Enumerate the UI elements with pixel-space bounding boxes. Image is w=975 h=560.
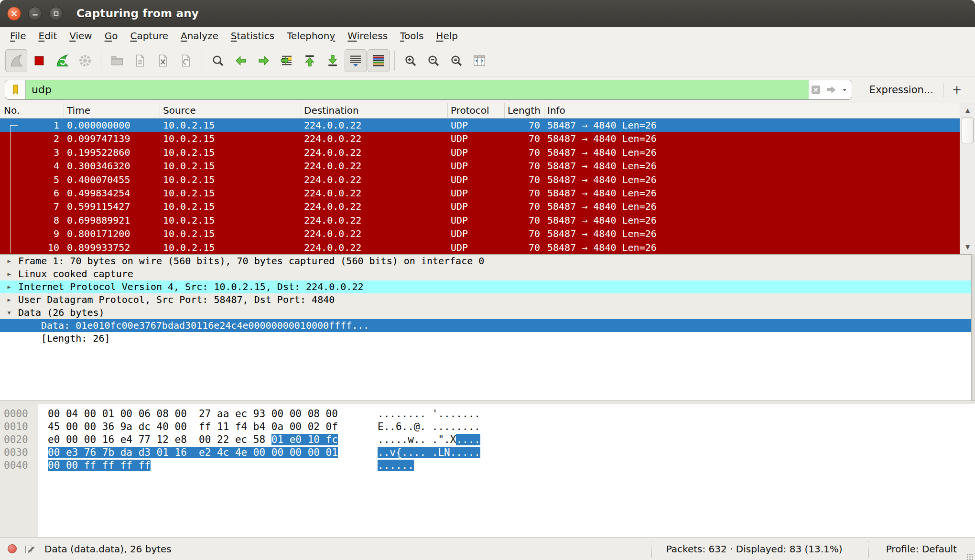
menu-edit[interactable]: Edit — [32, 28, 63, 43]
hex-row[interactable]: 001045 00 00 36 9a dc 40 00 ff 11 f4 b4 … — [0, 420, 975, 433]
menu-analyze[interactable]: Analyze — [174, 28, 225, 43]
expression-button[interactable]: Expression... — [860, 84, 943, 96]
detail-row[interactable]: ▸Linux cooked capture — [0, 268, 975, 280]
column-header-time[interactable]: Time — [64, 103, 160, 118]
go-to-packet-button[interactable] — [276, 49, 298, 72]
go-first-packet-button[interactable] — [299, 49, 321, 72]
detail-row[interactable]: Data: 01e010fc00e3767bdad30116e24c4e0000… — [0, 319, 975, 332]
close-capture-file-button[interactable] — [152, 49, 174, 72]
filter-bookmark-button[interactable] — [5, 80, 26, 99]
packet-row[interactable]: 20.09974713910.0.2.15224.0.0.22UDP705848… — [0, 132, 960, 145]
hex-bytes[interactable]: e0 00 00 16 e4 77 12 e8 00 22 ec 58 01 e… — [48, 433, 338, 446]
hex-ascii[interactable]: ...... — [378, 459, 414, 472]
resize-grip[interactable] — [966, 553, 973, 560]
display-filter-input[interactable] — [26, 80, 809, 99]
menu-telephony[interactable]: Telephony — [281, 28, 341, 43]
packet-row[interactable]: 10.00000000010.0.2.15224.0.0.22UDP705848… — [0, 118, 960, 132]
start-capture-button[interactable] — [5, 49, 27, 72]
packet-row[interactable]: 40.30034632010.0.2.15224.0.0.22UDP705848… — [0, 159, 960, 172]
auto-scroll-toggle-button[interactable] — [345, 49, 367, 72]
expander-icon[interactable]: ▸ — [4, 293, 14, 306]
packet-row[interactable]: 50.40007045510.0.2.15224.0.0.22UDP705848… — [0, 173, 960, 186]
save-capture-file-button[interactable] — [129, 49, 151, 72]
detail-row[interactable]: [Length: 26] — [0, 332, 975, 345]
expert-info-icon[interactable] — [8, 544, 17, 553]
expander-icon[interactable]: ▸ — [4, 255, 14, 268]
menu-help[interactable]: Help — [430, 28, 464, 43]
detail-row[interactable]: ▸Frame 1: 70 bytes on wire (560 bits), 7… — [0, 255, 975, 268]
detail-row[interactable]: ▸User Datagram Protocol, Src Port: 58487… — [0, 293, 975, 306]
column-header-no[interactable]: No. — [0, 103, 64, 118]
column-header-protocol[interactable]: Protocol — [448, 103, 505, 118]
hex-row[interactable]: 004000 00 ff ff ff ff...... — [0, 459, 975, 472]
restart-capture-button[interactable] — [51, 49, 73, 72]
menu-go[interactable]: Go — [98, 28, 124, 43]
expander-icon[interactable]: ▸ — [4, 280, 14, 293]
scrollbar-thumb[interactable] — [962, 118, 974, 143]
packet-row[interactable]: 70.59911542710.0.2.15224.0.0.22UDP705848… — [0, 200, 960, 213]
cell-time: 0.899933752 — [64, 241, 160, 254]
go-forward-button[interactable] — [253, 49, 275, 72]
detail-row[interactable]: ▾Data (26 bytes) — [0, 306, 975, 319]
hex-row[interactable]: 000000 04 00 01 00 06 08 00 27 aa ec 93 … — [0, 408, 975, 420]
column-header-info[interactable]: Info — [544, 103, 975, 118]
profile-selector[interactable]: Profile: Default — [868, 540, 966, 558]
menu-statistics[interactable]: Statistics — [225, 28, 281, 43]
clear-filter-icon[interactable] — [811, 84, 822, 96]
hex-bytes[interactable]: 45 00 00 36 9a dc 40 00 ff 11 f4 b4 0a 0… — [48, 420, 338, 433]
capture-comment-icon[interactable] — [24, 544, 35, 554]
zoom-in-button[interactable] — [400, 49, 422, 72]
column-header-length[interactable]: Length — [505, 103, 544, 118]
zoom-original-button[interactable] — [445, 49, 467, 72]
column-header-source[interactable]: Source — [160, 103, 301, 118]
go-back-button[interactable] — [230, 49, 252, 72]
packet-row[interactable]: 100.89993375210.0.2.15224.0.0.22UDP70584… — [0, 241, 960, 254]
menu-file[interactable]: File — [4, 28, 32, 43]
expander-icon[interactable]: ▾ — [4, 306, 14, 319]
open-capture-file-button[interactable] — [106, 49, 128, 72]
add-filter-button[interactable]: + — [943, 83, 970, 97]
filter-history-caret-icon[interactable] — [841, 86, 848, 93]
column-header-destination[interactable]: Destination — [301, 103, 448, 118]
menu-wireless[interactable]: Wireless — [341, 28, 394, 43]
menu-capture[interactable]: Capture — [124, 28, 174, 43]
stop-capture-button[interactable] — [28, 49, 50, 72]
titlebar[interactable]: Capturing from any — [0, 0, 975, 27]
go-last-packet-button[interactable] — [322, 49, 344, 72]
hex-ascii[interactable]: ........ '....... — [378, 408, 480, 420]
detail-text: Frame 1: 70 bytes on wire (560 bits), 70… — [14, 255, 484, 268]
packet-row[interactable]: 90.80017120010.0.2.15224.0.0.22UDP705848… — [0, 227, 960, 240]
hex-bytes[interactable]: 00 04 00 01 00 06 08 00 27 aa ec 93 00 0… — [48, 408, 338, 420]
detail-row[interactable]: ▸Internet Protocol Version 4, Src: 10.0.… — [0, 280, 975, 293]
colorize-toggle-button[interactable] — [368, 49, 390, 72]
hex-bytes[interactable]: 00 00 ff ff ff ff — [48, 459, 151, 472]
resize-columns-button[interactable] — [468, 49, 490, 72]
packet-list-scrollbar[interactable]: ▲ ▼ — [960, 103, 975, 254]
packet-row[interactable]: 80.69988992110.0.2.15224.0.0.22UDP705848… — [0, 214, 960, 227]
hex-row[interactable]: 003000 e3 76 7b da d3 01 16 e2 4c 4e 00 … — [0, 446, 975, 459]
close-button[interactable] — [7, 7, 21, 21]
hex-ascii[interactable]: E..6..@. ........ — [378, 420, 480, 433]
find-packet-button[interactable] — [207, 49, 229, 72]
expander-icon[interactable]: ▸ — [4, 268, 14, 280]
hex-bytes[interactable]: 00 e3 76 7b da d3 01 16 e2 4c 4e 00 00 0… — [48, 446, 338, 459]
capture-options-button[interactable] — [74, 49, 96, 72]
menu-tools[interactable]: Tools — [394, 28, 430, 43]
maximize-icon — [53, 11, 59, 17]
hex-ascii[interactable]: ..v{.... .LN..... — [378, 446, 480, 459]
scroll-down-arrow-icon[interactable]: ▼ — [960, 240, 975, 254]
cell-time: 0.499834254 — [64, 186, 160, 200]
packet-row[interactable]: 60.49983425410.0.2.15224.0.0.22UDP705848… — [0, 186, 960, 200]
menu-view[interactable]: View — [63, 28, 98, 43]
zoom-out-button[interactable] — [422, 49, 444, 72]
scroll-up-arrow-icon[interactable]: ▲ — [960, 103, 975, 118]
packet-row[interactable]: 30.19952286010.0.2.15224.0.0.22UDP705848… — [0, 146, 960, 159]
apply-filter-icon[interactable] — [825, 84, 838, 96]
minimize-button[interactable] — [28, 7, 42, 21]
hex-row[interactable]: 0020e0 00 00 16 e4 77 12 e8 00 22 ec 58 … — [0, 433, 975, 446]
reload-capture-file-button[interactable] — [175, 49, 197, 72]
hex-ascii[interactable]: .....w.. .".X.... — [378, 433, 480, 446]
maximize-button[interactable] — [49, 7, 63, 21]
cell-source: 10.0.2.15 — [160, 173, 301, 186]
pane-splitter[interactable] — [0, 400, 975, 404]
